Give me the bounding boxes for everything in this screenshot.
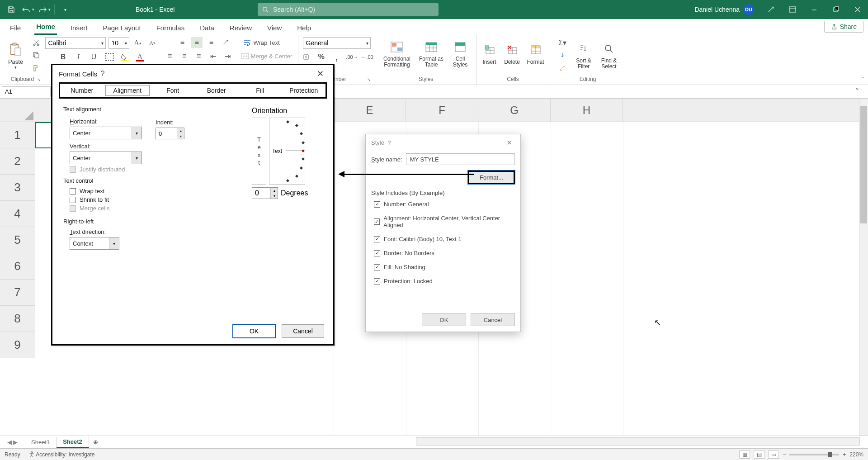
row-header[interactable]: 9 [0, 332, 35, 358]
tab-number[interactable]: Number [60, 84, 104, 97]
row-header[interactable]: 5 [0, 227, 35, 253]
paste-button[interactable]: Paste▾ [3, 39, 28, 71]
increase-decimal-icon[interactable]: .00→ [346, 52, 358, 62]
insert-cells-button[interactable]: Insert [479, 37, 500, 70]
qat-customize-icon[interactable]: ▾ [57, 3, 73, 16]
tab-fill[interactable]: Fill [238, 84, 282, 97]
grow-font-icon[interactable]: A▴ [132, 38, 144, 48]
tab-alignment[interactable]: Alignment [105, 85, 150, 96]
undo-button[interactable]: ▾ [20, 3, 35, 16]
cell-styles-button[interactable]: Cell Styles [448, 37, 472, 70]
font-size-dropdown[interactable]: 10 [108, 37, 129, 49]
ok-button[interactable]: OK [422, 313, 466, 326]
tab-formulas[interactable]: Formulas [155, 20, 187, 35]
sheet-tab[interactable]: Sheet2 [57, 436, 89, 448]
ribbon-display-icon[interactable] [782, 0, 803, 19]
tab-insert[interactable]: Insert [69, 20, 90, 35]
row-header[interactable]: 8 [0, 306, 35, 332]
name-box[interactable]: A1 [2, 86, 51, 97]
underline-button[interactable]: U [88, 52, 100, 62]
cancel-button[interactable]: Cancel [471, 313, 515, 326]
zoom-in-button[interactable]: + [843, 451, 846, 458]
row-header[interactable]: 2 [0, 148, 35, 175]
tab-font[interactable]: Font [151, 84, 195, 97]
merge-center-button[interactable]: Merge & Center [241, 51, 292, 62]
number-format-dropdown[interactable]: General [303, 37, 371, 49]
include-fill-checkbox[interactable]: ✓Fill: No Shading [366, 260, 520, 274]
column-header[interactable] [623, 99, 868, 122]
text-direction-dropdown[interactable]: Context▾ [70, 237, 119, 250]
comma-icon[interactable]: , [331, 52, 343, 62]
align-bottom-icon[interactable]: ≡ [205, 37, 217, 48]
column-header[interactable]: E [334, 99, 406, 122]
row-header[interactable]: 3 [0, 175, 35, 201]
font-color-button[interactable]: A [134, 52, 146, 62]
include-border-checkbox[interactable]: ✓Border: No Borders [366, 246, 520, 260]
border-button[interactable] [104, 52, 115, 62]
copy-button[interactable] [30, 50, 42, 61]
increase-indent-icon[interactable]: ⇥ [222, 51, 234, 62]
minimize-button[interactable] [804, 0, 825, 19]
row-header[interactable]: 4 [0, 201, 35, 227]
tab-help[interactable]: Help [295, 20, 313, 35]
page-layout-view-icon[interactable]: ▤ [754, 451, 764, 459]
clipboard-launcher-icon[interactable]: ↘ [37, 77, 43, 83]
sheet-nav[interactable]: ◀ ▶ [0, 439, 25, 446]
degrees-spinner[interactable]: 0▴▾ [252, 187, 278, 199]
zoom-slider[interactable] [789, 454, 839, 455]
bold-button[interactable]: B [57, 52, 69, 62]
vertical-dropdown[interactable]: Center▾ [70, 152, 142, 164]
cut-button[interactable] [30, 37, 42, 48]
tab-page-layout[interactable]: Page Layout [101, 20, 142, 35]
select-all-triangle[interactable] [0, 99, 35, 122]
save-icon[interactable] [4, 3, 19, 16]
sheet-tab[interactable]: Sheet1 [25, 437, 57, 447]
shrink-font-icon[interactable]: A▾ [146, 38, 158, 48]
wrap-text-button[interactable]: Wrap Text [243, 37, 279, 48]
horizontal-scrollbar[interactable] [416, 437, 860, 446]
decrease-decimal-icon[interactable]: ←.00 [362, 52, 373, 62]
share-button[interactable]: Share [824, 21, 863, 33]
align-right-icon[interactable]: ≡ [193, 51, 205, 62]
help-icon[interactable]: ? [384, 139, 394, 146]
close-icon[interactable]: ✕ [313, 69, 327, 79]
horizontal-dropdown[interactable]: Center▾ [70, 127, 142, 139]
delete-cells-button[interactable]: Delete [502, 37, 523, 70]
font-name-dropdown[interactable]: Calibri [45, 37, 106, 49]
align-top-icon[interactable]: ≡ [176, 37, 188, 48]
include-protection-checkbox[interactable]: ✓Protection: Locked [366, 274, 520, 288]
cancel-button[interactable]: Cancel [282, 324, 324, 338]
account-button[interactable]: Daniel Uchenna DU [694, 4, 754, 15]
close-icon[interactable]: ✕ [503, 138, 515, 147]
zoom-out-button[interactable]: − [783, 451, 786, 458]
normal-view-icon[interactable]: ▦ [739, 451, 750, 459]
new-sheet-button[interactable]: ⊕ [89, 439, 103, 446]
accounting-format-icon[interactable] [300, 52, 312, 62]
orientation-dial[interactable]: Text [269, 118, 305, 185]
tab-view[interactable]: View [265, 20, 283, 35]
formula-bar-collapse-icon[interactable]: ˅ [855, 87, 859, 96]
include-font-checkbox[interactable]: ✓Font: Calibri (Body) 10, Text 1 [366, 232, 520, 246]
format-cells-button[interactable]: Format [524, 37, 547, 70]
vertical-text-button[interactable]: Text [252, 118, 266, 185]
row-header[interactable]: 6 [0, 253, 35, 280]
find-select-button[interactable]: Find & Select [597, 39, 621, 71]
fill-color-button[interactable] [119, 52, 131, 62]
format-as-table-button[interactable]: Format as Table [416, 37, 446, 70]
tab-protection[interactable]: Protection [282, 84, 326, 97]
status-accessibility[interactable]: Accessibility: Investigate [28, 451, 95, 458]
format-button[interactable]: Format... [468, 171, 515, 184]
include-alignment-checkbox[interactable]: ✓Alignment: Horizontal Center, Vertical … [366, 211, 520, 232]
tab-file[interactable]: File [8, 20, 23, 35]
column-header[interactable]: H [551, 99, 623, 122]
align-left-icon[interactable]: ≡ [164, 51, 176, 62]
tab-home[interactable]: Home [34, 19, 57, 35]
scroll-thumb[interactable] [860, 106, 867, 223]
italic-button[interactable]: I [73, 52, 85, 62]
orientation-icon[interactable] [220, 37, 231, 48]
indent-spinner[interactable]: 0▴▾ [156, 128, 184, 139]
row-header[interactable]: 7 [0, 280, 35, 306]
zoom-level[interactable]: 220% [849, 451, 863, 458]
close-button[interactable] [847, 0, 868, 19]
collapse-ribbon-icon[interactable]: ˄ [862, 76, 864, 83]
